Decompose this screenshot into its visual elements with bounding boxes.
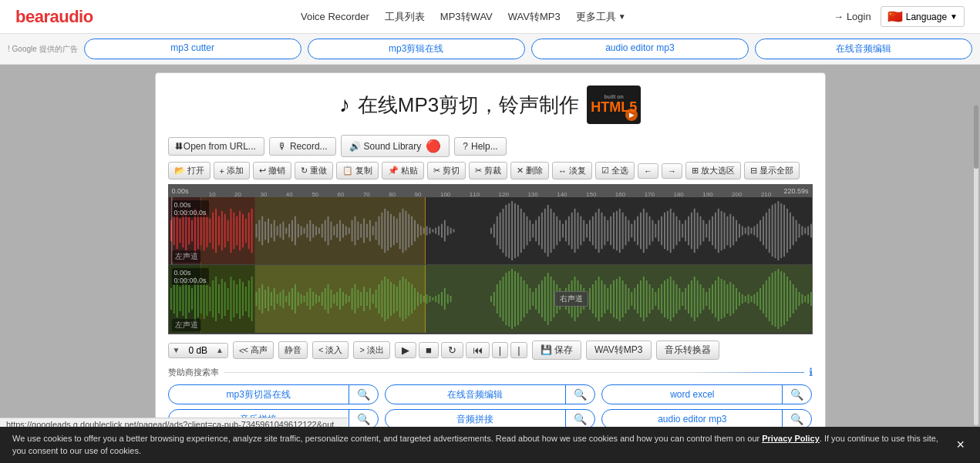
cut-button[interactable]: ✂剪切 bbox=[427, 162, 466, 179]
ad-link-2[interactable]: audio editor mp3 bbox=[531, 39, 749, 59]
svg-rect-241 bbox=[276, 294, 278, 304]
privacy-policy-link[interactable]: Privacy Policy bbox=[762, 434, 820, 443]
info-icon[interactable]: ℹ bbox=[809, 366, 813, 378]
svg-rect-21 bbox=[230, 209, 231, 253]
search-button-1[interactable]: 🔍 bbox=[565, 385, 594, 404]
save-button[interactable]: 💾 保存 bbox=[532, 341, 581, 360]
svg-rect-397 bbox=[780, 271, 782, 327]
help-button[interactable]: ? Help... bbox=[454, 137, 506, 156]
search-input-2[interactable] bbox=[602, 385, 782, 404]
svg-rect-66 bbox=[366, 224, 368, 238]
ad-link-0[interactable]: mp3 cutter bbox=[84, 39, 301, 59]
scrollbar[interactable] bbox=[974, 105, 978, 425]
search-button-4[interactable]: 🔍 bbox=[565, 410, 594, 428]
svg-rect-203 bbox=[810, 224, 812, 238]
language-selector[interactable]: 🇨🇳 Language ▼ bbox=[881, 6, 965, 27]
svg-rect-390 bbox=[759, 288, 761, 310]
audio-converter-button[interactable]: 音乐转换器 bbox=[656, 341, 719, 360]
svg-rect-401 bbox=[792, 284, 793, 314]
search-input-4[interactable] bbox=[386, 410, 565, 428]
svg-rect-312 bbox=[526, 284, 527, 314]
svg-rect-120 bbox=[562, 224, 564, 238]
svg-rect-132 bbox=[598, 209, 599, 253]
search-input-1[interactable] bbox=[386, 385, 565, 404]
svg-rect-320 bbox=[550, 277, 551, 321]
fade-icon: ↔ bbox=[558, 166, 567, 176]
select-all-button[interactable]: ☑全选 bbox=[595, 162, 635, 179]
copy-button[interactable]: 📋复制 bbox=[336, 162, 379, 179]
svg-rect-97 bbox=[493, 224, 494, 238]
trim-button[interactable]: ✂剪裁 bbox=[469, 162, 507, 179]
paste-button[interactable]: 📌粘贴 bbox=[382, 162, 424, 179]
cookie-close-button[interactable]: × bbox=[953, 437, 968, 453]
svg-rect-130 bbox=[591, 216, 593, 246]
svg-rect-89 bbox=[435, 228, 436, 234]
svg-rect-187 bbox=[762, 216, 763, 246]
nav-voice-recorder[interactable]: Voice Recorder bbox=[301, 11, 369, 22]
delete-button[interactable]: ✕删除 bbox=[510, 162, 549, 179]
login-button[interactable]: → Login bbox=[834, 11, 871, 22]
search-input-0[interactable] bbox=[169, 385, 349, 404]
sound-library-button[interactable]: 🔊 Sound Library 🔴 bbox=[341, 135, 450, 157]
svg-rect-384 bbox=[741, 294, 743, 304]
nav-wav-to-mp3[interactable]: WAV转MP3 bbox=[508, 10, 561, 24]
logo-bear: bear bbox=[15, 7, 49, 26]
search-button-5[interactable]: 🔍 bbox=[782, 410, 811, 428]
search-item-1[interactable]: 🔍 bbox=[385, 384, 595, 404]
svg-rect-393 bbox=[768, 277, 770, 321]
open-from-url-button[interactable]: ⬇ ⬇ Open from URL... bbox=[168, 137, 264, 156]
search-button-0[interactable]: 🔍 bbox=[349, 385, 378, 404]
skip-start-button[interactable]: ⏮ bbox=[466, 342, 490, 358]
nav-more-tools[interactable]: 更多工具 ▼ bbox=[576, 10, 626, 24]
svg-rect-403 bbox=[798, 292, 800, 306]
svg-rect-29 bbox=[255, 224, 257, 238]
ad-link-3[interactable]: 在线音频编辑 bbox=[755, 39, 972, 59]
svg-rect-13 bbox=[206, 214, 207, 248]
open-button[interactable]: 📂打开 bbox=[168, 162, 210, 179]
svg-rect-215 bbox=[197, 280, 198, 317]
high-audio-button[interactable]: < < 高声 bbox=[233, 341, 274, 359]
scroll-thumb bbox=[974, 105, 978, 169]
svg-rect-254 bbox=[315, 294, 317, 304]
svg-rect-11 bbox=[200, 216, 201, 246]
search-item-5[interactable]: 🔍 bbox=[601, 409, 812, 429]
prev-button[interactable]: ← bbox=[638, 163, 658, 179]
svg-rect-355 bbox=[655, 292, 656, 306]
sep1-button: | bbox=[492, 342, 508, 358]
svg-rect-165 bbox=[696, 213, 698, 249]
volume-down-button[interactable]: ▼ bbox=[169, 344, 184, 357]
play-button[interactable]: ▶ bbox=[395, 342, 416, 358]
svg-rect-378 bbox=[723, 280, 725, 317]
search-button-3[interactable]: 🔍 bbox=[349, 410, 378, 428]
waveform-svg-top bbox=[169, 197, 812, 264]
waveform-container[interactable]: 0.00s 220.59s 10 20 30 40 50 60 70 80 90… bbox=[168, 184, 813, 334]
svg-rect-15 bbox=[212, 213, 214, 249]
next-button[interactable]: → bbox=[662, 163, 682, 179]
nav-mp3-to-wav[interactable]: MP3转WAV bbox=[440, 10, 493, 24]
undo-button[interactable]: ↩撤销 bbox=[253, 162, 291, 179]
zoom-in-button[interactable]: ⊞放大选区 bbox=[685, 162, 741, 179]
fade-out-button[interactable]: > 淡出 bbox=[353, 341, 389, 359]
ad-link-1[interactable]: mp3剪辑在线 bbox=[308, 39, 525, 59]
svg-rect-305 bbox=[505, 273, 507, 325]
redo-button[interactable]: ↻重做 bbox=[295, 162, 333, 179]
search-item-0[interactable]: 🔍 bbox=[168, 384, 379, 404]
search-input-5[interactable] bbox=[602, 410, 782, 428]
search-button-2[interactable]: 🔍 bbox=[782, 385, 811, 404]
fade-button[interactable]: ↔淡复 bbox=[552, 162, 592, 179]
stop-button[interactable]: ■ bbox=[419, 342, 439, 358]
zoom-out-button[interactable]: ⊟显示全部 bbox=[744, 162, 800, 179]
wav-mp3-button[interactable]: WAV转MP3 bbox=[586, 341, 652, 360]
search-item-2[interactable]: 🔍 bbox=[601, 384, 812, 404]
svg-rect-113 bbox=[541, 213, 542, 249]
record-button[interactable]: 🎙 Record... bbox=[269, 137, 336, 156]
fade-in-button[interactable]: < 淡入 bbox=[312, 341, 349, 359]
svg-rect-84 bbox=[419, 226, 421, 236]
nav-tools[interactable]: 工具列表 bbox=[385, 10, 425, 24]
add-button[interactable]: +添加 bbox=[214, 162, 250, 179]
search-item-4[interactable]: 🔍 bbox=[385, 409, 595, 429]
mute-button[interactable]: 静音 bbox=[278, 341, 308, 359]
svg-rect-309 bbox=[517, 273, 518, 325]
volume-up-button[interactable]: ▲ bbox=[212, 344, 227, 357]
loop-button[interactable]: ↻ bbox=[441, 342, 463, 358]
